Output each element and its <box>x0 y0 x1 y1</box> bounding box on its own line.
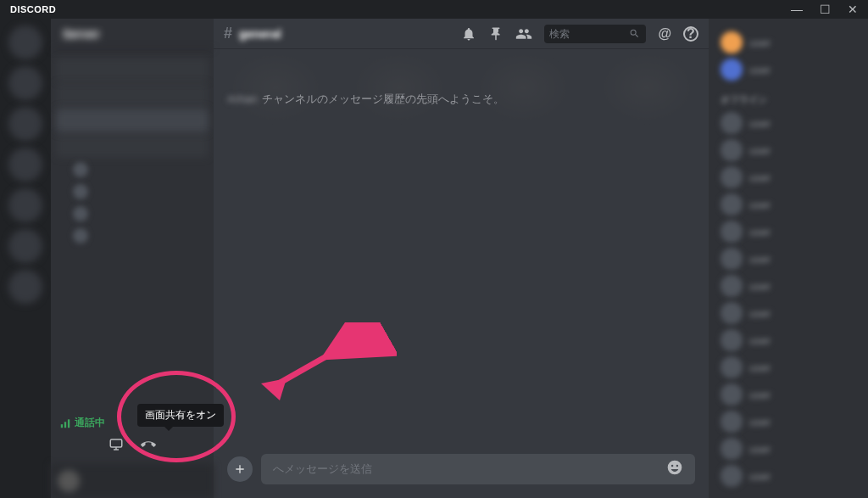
help-button[interactable]: ? <box>683 26 698 42</box>
header-toolbar: @ ? <box>461 25 698 43</box>
member-item[interactable]: user <box>715 435 861 462</box>
server-header[interactable]: Server <box>51 19 214 49</box>
window-controls: — ☐ ✕ <box>787 3 861 16</box>
guild-item[interactable] <box>8 148 42 182</box>
message-placeholder: へメッセージを送信 <box>273 462 372 477</box>
empty-channel-art <box>214 49 709 126</box>
member-group-heading: オフライン <box>715 83 861 109</box>
welcome-text: チャンネルのメッセージ履歴の先頭へようこそ。 <box>262 92 504 107</box>
composer: へメッセージを送信 <box>214 454 709 498</box>
maximize-button[interactable]: ☐ <box>816 3 834 16</box>
channel-name: general <box>239 27 281 41</box>
chat-header: # general @ ? <box>214 19 709 49</box>
voice-user[interactable] <box>73 226 209 246</box>
member-item[interactable]: user <box>715 164 861 191</box>
voice-user[interactable] <box>73 182 209 202</box>
guild-item[interactable] <box>8 107 42 141</box>
member-item[interactable]: user <box>715 381 861 408</box>
plus-icon <box>233 462 247 476</box>
welcome-message: #chan チャンネルのメッセージ履歴の先頭へようこそ。 <box>227 92 695 107</box>
channel-item[interactable] <box>56 134 209 158</box>
welcome-channel-name: #chan <box>227 92 257 105</box>
mentions-button[interactable]: @ <box>658 26 671 42</box>
disconnect-icon <box>141 437 156 452</box>
member-item[interactable]: user <box>715 137 861 164</box>
search-icon <box>629 28 640 39</box>
member-item[interactable]: user <box>715 327 861 354</box>
main: Server 通話中 <box>0 19 868 498</box>
user-panel[interactable] <box>51 464 214 498</box>
member-item[interactable]: user <box>715 218 861 245</box>
search-input[interactable] <box>549 28 626 40</box>
message-input[interactable]: へメッセージを送信 <box>261 454 695 484</box>
search-box[interactable] <box>544 25 646 43</box>
voice-user[interactable] <box>73 159 209 180</box>
member-item[interactable]: user <box>715 272 861 299</box>
smiley-icon <box>666 459 683 476</box>
member-item[interactable]: user <box>715 299 861 327</box>
member-item[interactable]: user <box>715 245 861 272</box>
emoji-picker-button[interactable] <box>666 459 683 479</box>
guild-item[interactable] <box>8 270 42 304</box>
guild-item[interactable] <box>8 188 42 222</box>
svg-rect-2 <box>68 419 70 428</box>
channel-item[interactable] <box>56 109 209 132</box>
svg-rect-3 <box>110 439 122 447</box>
guild-item[interactable] <box>8 229 42 263</box>
svg-rect-0 <box>61 424 63 428</box>
member-item[interactable]: user <box>715 191 861 218</box>
pin-icon[interactable] <box>488 26 504 42</box>
guild-list <box>0 19 51 498</box>
member-item[interactable]: user <box>715 462 861 490</box>
channel-item[interactable] <box>56 58 209 81</box>
channel-list <box>51 49 214 411</box>
signal-icon <box>59 417 71 429</box>
app-logo: DISCORD <box>7 4 56 14</box>
member-item[interactable]: user <box>715 408 861 435</box>
monitor-icon <box>108 437 124 452</box>
close-button[interactable]: ✕ <box>844 3 861 16</box>
call-status-label: 通話中 <box>75 416 105 430</box>
titlebar: DISCORD — ☐ ✕ <box>0 0 868 19</box>
attach-button[interactable] <box>227 456 253 482</box>
member-item[interactable]: user <box>715 29 861 56</box>
bell-icon[interactable] <box>461 26 476 42</box>
guild-item[interactable] <box>8 25 42 59</box>
members-icon[interactable] <box>515 25 532 42</box>
channel-item[interactable] <box>56 83 209 107</box>
hash-icon: # <box>224 25 232 42</box>
chat-area: # general @ ? <box>214 19 709 498</box>
guild-item[interactable] <box>8 66 42 100</box>
voice-user[interactable] <box>73 204 209 224</box>
svg-rect-1 <box>64 422 66 428</box>
screen-share-tooltip: 画面共有をオン <box>137 404 224 427</box>
minimize-button[interactable]: — <box>787 3 806 16</box>
member-item[interactable]: user <box>715 354 861 381</box>
disconnect-button[interactable] <box>141 437 156 456</box>
call-controls <box>51 432 214 464</box>
member-item[interactable]: user <box>715 109 861 137</box>
message-area: #chan チャンネルのメッセージ履歴の先頭へようこそ。 <box>214 49 709 454</box>
member-list: user user オフライン user user user user user… <box>709 19 868 498</box>
member-item[interactable]: user <box>715 56 861 83</box>
screen-share-button[interactable] <box>108 437 124 456</box>
